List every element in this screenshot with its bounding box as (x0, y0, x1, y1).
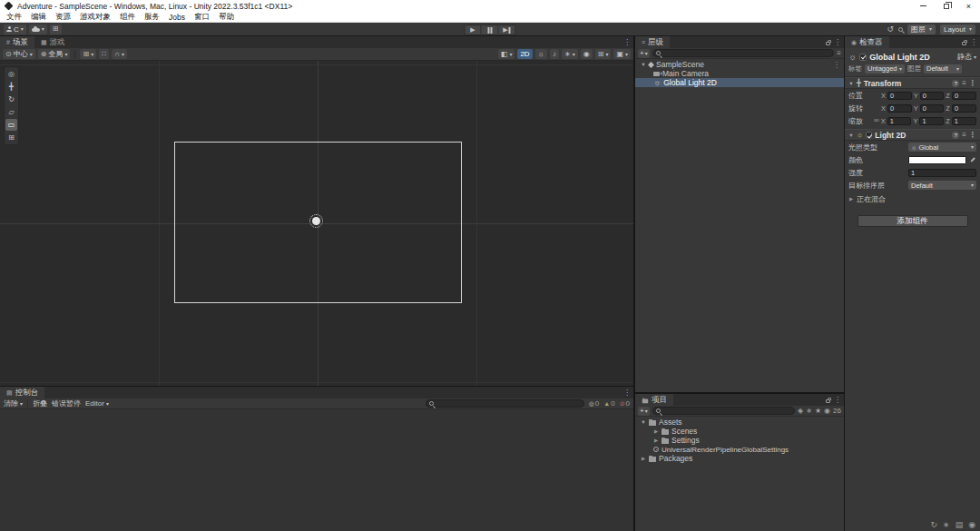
transform-component-header[interactable]: ▼ ╋ Transform ? ≡ ⋮ (845, 77, 980, 89)
tab-console[interactable]: ▤ 控制台 (0, 387, 44, 398)
console-panel-menu-icon[interactable]: ⋮ (623, 389, 631, 397)
tab-project[interactable]: 项目 (635, 394, 673, 406)
transform-tool-button[interactable]: ⊞ (5, 132, 17, 143)
lock-icon[interactable] (826, 42, 830, 45)
scene-audio-toggle[interactable]: ♪ (550, 49, 559, 59)
presets-icon[interactable]: ≡ (962, 79, 966, 87)
active-checkbox[interactable] (859, 54, 867, 61)
snap-increment-button[interactable]: ∷ (99, 49, 109, 59)
project-search-input[interactable] (652, 407, 795, 415)
tab-game[interactable]: ▦ 游戏 (34, 36, 72, 48)
project-row-urp-global-settings[interactable]: UniversalRenderPipelineGlobalSettings (635, 445, 844, 454)
tab-inspector[interactable]: ◉ 检查器 (845, 36, 889, 48)
menu-file[interactable]: 文件 (2, 12, 26, 23)
project-row-packages[interactable]: ▶ Packages (635, 454, 844, 463)
scale-tool-button[interactable]: ▱ (5, 106, 17, 118)
light2d-enabled-checkbox[interactable] (866, 132, 872, 138)
menu-services[interactable]: 服务 (140, 12, 164, 23)
draw-mode-dropdown[interactable]: ◧ ▾ (498, 49, 515, 59)
play-button[interactable]: ▶ (465, 25, 482, 35)
project-row-settings[interactable]: ▶ Settings (635, 436, 844, 445)
component-menu-icon[interactable]: ⋮ (969, 132, 976, 139)
static-dropdown[interactable]: 静态 ▾ (957, 52, 976, 62)
scale-y-field[interactable]: 1 (919, 117, 944, 125)
menu-assets[interactable]: 资源 (51, 12, 75, 23)
foldout-open-icon[interactable]: ▼ (848, 133, 854, 138)
project-panel-menu-icon[interactable]: ⋮ (834, 397, 841, 404)
step-button[interactable]: ▶ (499, 25, 516, 35)
search-by-type-icon[interactable]: ◈ (798, 408, 803, 415)
eyedropper-icon[interactable] (968, 156, 976, 164)
project-add-button[interactable]: + ▾ (638, 407, 650, 416)
minimize-button[interactable] (912, 0, 935, 12)
menu-component[interactable]: 组件 (115, 12, 140, 23)
move-tool-button[interactable]: ╋ (5, 81, 17, 93)
lock-icon[interactable] (962, 42, 966, 45)
console-error-badge[interactable]: ⊘ 0 (620, 399, 630, 408)
menu-window[interactable]: 窗口 (190, 12, 214, 23)
console-log-area[interactable] (0, 409, 633, 531)
status-notifications-icon[interactable]: ◉ (968, 521, 975, 529)
global-light-gizmo[interactable] (312, 217, 320, 225)
foldout-closed-icon[interactable]: ▶ (653, 428, 659, 434)
blending-foldout[interactable]: ▶ 正在混合 (845, 192, 980, 206)
version-control-button[interactable]: ⊞ (50, 25, 62, 34)
status-refresh-icon[interactable]: ↻ (931, 521, 938, 529)
lock-icon[interactable] (826, 399, 830, 403)
save-search-icon[interactable]: ★ (815, 408, 821, 415)
scene-lighting-toggle[interactable]: ☼ (535, 49, 547, 59)
foldout-closed-icon[interactable]: ▶ (641, 456, 646, 461)
search-by-label-icon[interactable]: ∗ (806, 408, 812, 415)
effects-dropdown[interactable]: ∗ ▾ (562, 49, 578, 59)
undo-history-icon[interactable]: ↺ (887, 25, 894, 34)
link-scale-icon[interactable]: ∞ (874, 117, 879, 124)
add-component-button[interactable]: 添加组件 (858, 215, 968, 227)
scale-x-field[interactable]: 1 (887, 117, 912, 125)
console-collapse-toggle[interactable]: 折叠 (33, 398, 47, 408)
cloud-button[interactable]: ▾ (29, 25, 47, 34)
grid-visibility-button[interactable]: ⊞ ▾ (80, 49, 96, 59)
console-search-input[interactable] (426, 399, 584, 408)
hierarchy-row-global-light[interactable]: ☼ Global Light 2D (635, 78, 844, 87)
tool-handle-orientation-button[interactable]: ⊕ 全局 ▾ (38, 49, 71, 59)
menu-jobs[interactable]: Jobs (164, 13, 190, 22)
color-swatch[interactable] (908, 156, 966, 164)
status-console-icon[interactable]: ▤ (956, 521, 964, 529)
scene-panel-menu-icon[interactable]: ⋮ (623, 39, 631, 46)
menu-edit[interactable]: 编辑 (26, 12, 51, 23)
restore-button[interactable] (935, 0, 957, 12)
hierarchy-options-icon[interactable]: ≡ (837, 50, 841, 57)
position-y-field[interactable]: 0 (920, 92, 945, 100)
layers-dropdown[interactable]: 图层 ▾ (907, 25, 936, 34)
tag-dropdown[interactable]: Untagged ▾ (865, 64, 905, 74)
snap-magnet-button[interactable]: ∩ ▾ (112, 49, 127, 59)
console-editor-dropdown[interactable]: Editor ▾ (85, 399, 109, 408)
project-row-assets[interactable]: ▼ Assets (635, 418, 844, 427)
2d-mode-toggle[interactable]: 2D (517, 49, 532, 59)
position-x-field[interactable]: 0 (887, 92, 912, 100)
scene-options-icon[interactable]: ⋮ (833, 61, 840, 69)
hidden-objects-toggle[interactable]: ◉ (581, 49, 593, 59)
layer-dropdown[interactable]: Default ▾ (924, 64, 962, 74)
menu-gameobject[interactable]: 游戏对象 (75, 12, 115, 23)
console-clear-button[interactable]: 清除 ▾ (4, 398, 23, 408)
tab-hierarchy[interactable]: ≡ 层级 (635, 36, 670, 48)
light-type-dropdown[interactable]: ☼Global ▾ (908, 143, 976, 152)
presets-icon[interactable]: ≡ (962, 131, 966, 139)
console-error-pause-toggle[interactable]: 错误暂停 (52, 398, 81, 408)
status-activity-icon[interactable]: ∗ (943, 521, 950, 529)
scene-viewport[interactable]: ◎ ╋ ↻ ▱ ▭ ⊞ (0, 61, 633, 386)
scale-z-field[interactable]: 1 (952, 117, 976, 125)
inspector-panel-menu-icon[interactable]: ⋮ (970, 39, 977, 46)
hierarchy-panel-menu-icon[interactable]: ⋮ (834, 39, 841, 46)
component-menu-icon[interactable]: ⋮ (969, 80, 976, 87)
light2d-component-header[interactable]: ▼ ☼ Light 2D ? ≡ ⋮ (845, 129, 980, 141)
account-button[interactable]: C ▾ (4, 25, 26, 34)
foldout-closed-icon[interactable]: ▶ (653, 438, 659, 443)
hierarchy-add-button[interactable]: + ▾ (638, 49, 650, 58)
hidden-packages-eye-icon[interactable]: ◉ (824, 408, 830, 415)
foldout-open-icon[interactable]: ▼ (641, 419, 646, 425)
rotation-x-field[interactable]: 0 (887, 104, 912, 113)
scene-camera-dropdown[interactable]: ▣ ▾ (613, 49, 631, 59)
gameobject-name[interactable]: Global Light 2D (869, 53, 955, 62)
